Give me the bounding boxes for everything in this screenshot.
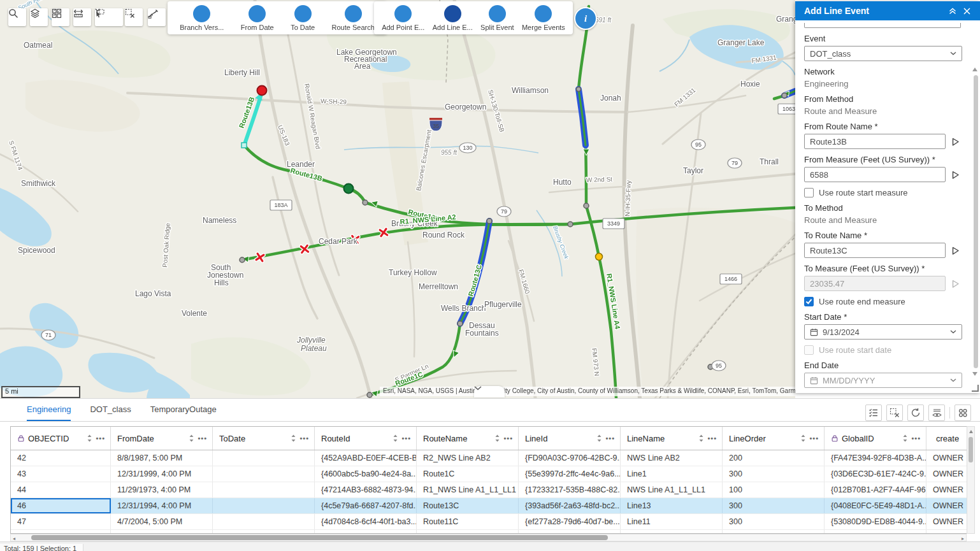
table-cell[interactable]: 12/31/1999, 4:00 PM	[111, 466, 213, 482]
end-date-picker[interactable]: MM/DD/YYYY	[804, 373, 962, 388]
map-canvas[interactable]: 357979959571130183A146633491063 OatmealL…	[0, 0, 795, 398]
from-route-name-input[interactable]	[804, 134, 946, 149]
column-menu-button[interactable]: •••	[96, 434, 105, 442]
table-cell[interactable]: NWS Line A1_L1_LL1	[621, 482, 723, 497]
table-cell[interactable]: {393ad56f-2a63-48fd-bc2...	[519, 498, 621, 513]
to-date-button[interactable]: To Date	[287, 5, 318, 31]
column-menu-button[interactable]: •••	[198, 434, 207, 442]
tab-dot-class[interactable]: DOT_class	[90, 399, 131, 421]
table-cell[interactable]: 42	[11, 450, 111, 466]
table-cell[interactable]	[213, 450, 315, 466]
table-vertical-scrollbar[interactable]	[967, 426, 975, 534]
branch-version-button[interactable]: Branch Vers...	[177, 5, 227, 31]
table-cell[interactable]: Route1C	[417, 466, 519, 482]
scroll-right-arrow[interactable]: ▸	[962, 536, 964, 541]
table-cell[interactable]: 43	[11, 466, 111, 482]
table-cell[interactable]: OWNER	[926, 466, 967, 482]
add-line-event-button[interactable]: Add Line E...	[429, 5, 476, 31]
table-cell[interactable]: {4c5e79a6-6687-4207-8fd...	[315, 498, 417, 513]
add-point-event-button[interactable]: Add Point E...	[378, 5, 428, 31]
pick-to-route-on-map-button[interactable]	[950, 245, 961, 256]
table-cell[interactable]: {0408E0FC-5E49-48D1-A...	[825, 498, 926, 513]
sort-icon[interactable]	[596, 434, 602, 442]
table-cell[interactable]: 100	[723, 482, 825, 497]
layers-button[interactable]	[30, 8, 48, 26]
column-header-lineorder[interactable]: LineOrder•••	[723, 427, 825, 450]
use-route-start-measure-row[interactable]: Use route start measure	[804, 188, 961, 197]
table-row[interactable]: 4612/31/1994, 4:00 PM{4c5e79a6-6687-4207…	[11, 498, 967, 514]
table-cell[interactable]: 12/31/1994, 4:00 PM	[111, 498, 213, 513]
table-cell[interactable]: {03D6EC3D-61E7-424C-9...	[825, 466, 926, 482]
table-row[interactable]: 474/7/2004, 5:00 PM{4d7084c8-6cf4-40f1-b…	[11, 514, 967, 530]
table-row[interactable]: 4312/31/1999, 4:00 PM{4600abc5-ba90-4e24…	[11, 466, 967, 482]
table-cell[interactable]: 44	[11, 482, 111, 497]
table-options-button[interactable]	[955, 404, 971, 421]
sort-icon[interactable]	[393, 434, 398, 442]
sort-icon[interactable]	[87, 434, 92, 442]
column-header-linename[interactable]: LineName•••	[621, 427, 723, 450]
column-header-routeid[interactable]: RouteId•••	[315, 427, 417, 450]
table-cell[interactable]: 300	[723, 466, 825, 482]
table-cell[interactable]: {452A9ABD-E0EF-4CEB-B...	[315, 450, 417, 466]
column-header-routename[interactable]: RouteName•••	[417, 427, 519, 450]
sort-icon[interactable]	[902, 434, 908, 442]
measure-button[interactable]	[73, 8, 91, 26]
start-date-picker[interactable]: 9/13/2024	[804, 324, 962, 340]
sort-icon[interactable]	[189, 434, 194, 442]
use-route-end-measure-checkbox[interactable]	[804, 297, 814, 306]
table-cell[interactable]: 4/7/2004, 5:00 PM	[111, 514, 213, 529]
column-header-create[interactable]: create	[926, 427, 967, 450]
map-search-button[interactable]	[8, 8, 26, 26]
table-cell[interactable]: Line13	[621, 498, 723, 513]
table-cell[interactable]: {55e3997d-2ffc-4e4c-9a6...	[519, 466, 621, 482]
table-cell[interactable]	[213, 514, 315, 529]
column-header-todate[interactable]: ToDate•••	[213, 427, 315, 450]
table-cell[interactable]: 47	[11, 514, 111, 529]
column-header-objectid[interactable]: OBJECTID•••	[11, 427, 111, 450]
table-cell[interactable]: {FD90A03C-9706-42BC-9...	[519, 450, 621, 466]
table-cell[interactable]: OWNER	[926, 450, 967, 466]
collapse-panel-button[interactable]	[946, 4, 960, 18]
panel-resize-handle[interactable]	[972, 385, 979, 392]
toggle-columns-button[interactable]	[928, 404, 945, 421]
table-horizontal-scrollbar[interactable]: ◂ ▸	[10, 534, 967, 541]
clear-table-selection-button[interactable]	[886, 404, 903, 421]
table-cell[interactable]: OWNER	[926, 482, 967, 497]
table-row[interactable]: 428/8/1987, 5:00 PM{452A9ABD-E0EF-4CEB-B…	[11, 450, 967, 466]
sort-icon[interactable]	[800, 434, 806, 442]
panel-scroll-up-arrow[interactable]	[972, 68, 977, 71]
vertical-scroll-thumb[interactable]	[969, 437, 973, 462]
select-tool-button[interactable]	[95, 8, 123, 26]
clear-selection-button[interactable]	[125, 8, 143, 26]
table-cell[interactable]: {53080D9D-ED8B-4044-9...	[825, 514, 926, 529]
table-cell[interactable]	[213, 466, 315, 482]
scroll-up-arrow[interactable]	[969, 430, 973, 433]
split-event-button[interactable]: Split Event	[477, 5, 517, 31]
table-cell[interactable]: {012B70B1-A2F7-4A4F-96...	[825, 482, 926, 497]
table-cell[interactable]: OWNER	[926, 514, 967, 529]
column-header-lineid[interactable]: LineId•••	[519, 427, 621, 450]
pick-from-measure-on-map-button[interactable]	[950, 169, 961, 180]
table-cell[interactable]: Route11C	[417, 514, 519, 529]
sort-icon[interactable]	[291, 434, 296, 442]
event-select[interactable]: DOT_class	[804, 46, 962, 61]
table-cell[interactable]: OWNER	[926, 498, 967, 513]
column-menu-button[interactable]: •••	[809, 434, 819, 442]
table-cell[interactable]: 46	[11, 498, 111, 513]
pick-from-route-on-map-button[interactable]	[950, 136, 961, 147]
table-cell[interactable]	[213, 498, 315, 513]
column-menu-button[interactable]: •••	[605, 434, 615, 442]
use-route-end-measure-row[interactable]: Use route end measure	[804, 297, 961, 306]
table-cell[interactable]: Route13C	[417, 498, 519, 513]
info-button[interactable]: i	[574, 7, 597, 30]
table-cell[interactable]: Line11	[621, 514, 723, 529]
table-cell[interactable]: 300	[723, 498, 825, 513]
column-menu-button[interactable]: •••	[503, 434, 513, 442]
panel-scroll-down-arrow[interactable]	[972, 372, 977, 376]
basemap-gallery-button[interactable]	[52, 8, 69, 26]
map-view[interactable]: 357979959571130183A146633491063 OatmealL…	[0, 0, 795, 398]
table-cell[interactable]: {4d7084c8-6cf4-40f1-ba3...	[315, 514, 417, 529]
table-cell[interactable]: {FA47E394-92F8-4D3B-A...	[825, 450, 926, 466]
table-cell[interactable]: {ef277a28-79d6-40d7-be...	[519, 514, 621, 529]
column-header-globalid[interactable]: GlobalID•••	[825, 427, 926, 450]
